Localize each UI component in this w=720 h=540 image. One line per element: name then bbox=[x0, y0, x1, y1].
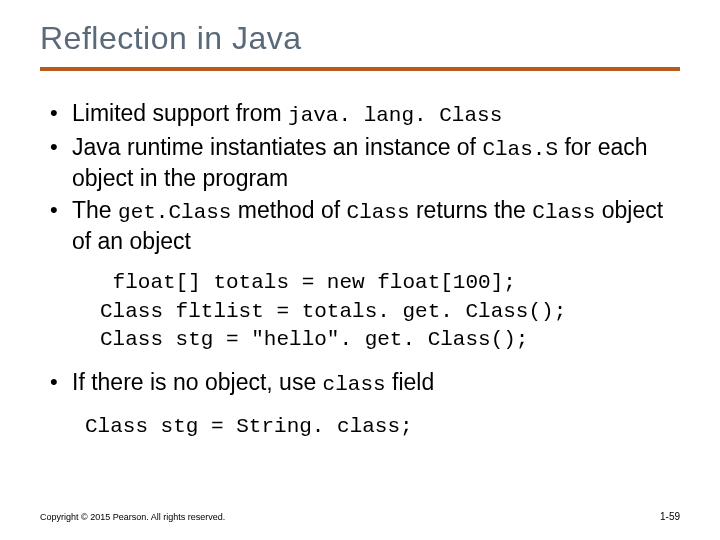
bullet-3-code-a: get.Class bbox=[118, 201, 231, 224]
bullet-2-text-a: Java runtime instantiates an instance of bbox=[72, 134, 482, 160]
bullet-3-text-b: method of bbox=[231, 197, 346, 223]
bullet-4: If there is no object, use class field bbox=[50, 368, 680, 398]
bullet-3-text-c: returns the bbox=[410, 197, 533, 223]
bullet-2-code: Clas.S bbox=[482, 138, 558, 161]
bullet-4-text-b: field bbox=[386, 369, 435, 395]
code-block-1: float[] totals = new float[100]; Class f… bbox=[100, 269, 680, 354]
bullet-4-code: class bbox=[323, 373, 386, 396]
bullet-3-text-a: The bbox=[72, 197, 118, 223]
bullet-3-code-c: Class bbox=[532, 201, 595, 224]
slide: Reflection in Java Limited support from … bbox=[0, 0, 720, 540]
bullet-1-code: java. lang. Class bbox=[288, 104, 502, 127]
bullet-1-text: Limited support from bbox=[72, 100, 288, 126]
bullet-3-code-b: Class bbox=[347, 201, 410, 224]
page-title: Reflection in Java bbox=[40, 20, 680, 57]
bullet-1: Limited support from java. lang. Class bbox=[50, 99, 680, 129]
bullet-4-text-a: If there is no object, use bbox=[72, 369, 323, 395]
title-rule bbox=[40, 67, 680, 71]
bullet-list-2: If there is no object, use class field bbox=[40, 368, 680, 398]
bullet-2: Java runtime instantiates an instance of… bbox=[50, 133, 680, 192]
page-number: 1-59 bbox=[660, 511, 680, 522]
code-block-2: Class stg = String. class; bbox=[85, 413, 680, 441]
copyright: Copyright © 2015 Pearson. All rights res… bbox=[40, 512, 225, 522]
bullet-3: The get.Class method of Class returns th… bbox=[50, 196, 680, 255]
bullet-list: Limited support from java. lang. Class J… bbox=[40, 99, 680, 255]
